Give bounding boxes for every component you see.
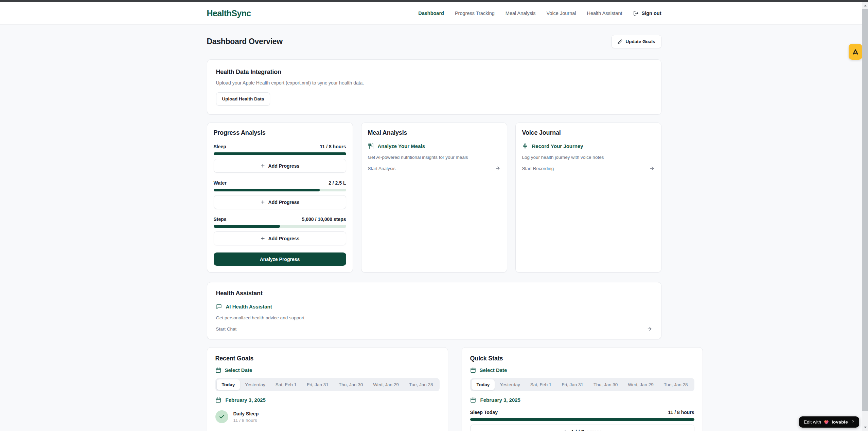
date-tab-tue-jan-28[interactable]: Tue, Jan 28 bbox=[404, 379, 438, 390]
calendar-icon bbox=[215, 397, 221, 403]
nav-dashboard[interactable]: Dashboard bbox=[418, 11, 444, 16]
arrow-right-icon bbox=[495, 166, 500, 171]
heart-icon bbox=[824, 420, 829, 425]
plus-icon bbox=[260, 200, 265, 205]
microphone-icon bbox=[522, 143, 528, 149]
add-progress-label: Add Progress bbox=[268, 163, 300, 169]
quick-stats-date-tabs: Today Yesterday Sat, Feb 1 Fri, Jan 31 T… bbox=[470, 378, 694, 391]
date-tab-thu-jan-30[interactable]: Thu, Jan 30 bbox=[334, 379, 368, 390]
analyze-your-meals-link[interactable]: Analyze Your Meals bbox=[368, 143, 500, 149]
start-analysis-label: Start Analysis bbox=[368, 166, 396, 171]
nav-progress-tracking[interactable]: Progress Tracking bbox=[455, 11, 495, 16]
analyze-your-meals-label: Analyze Your Meals bbox=[378, 143, 425, 149]
voice-journal-card: Voice Journal Record Your Journey Log yo… bbox=[515, 123, 661, 273]
sign-out-button[interactable]: Sign out bbox=[633, 11, 661, 16]
start-recording-row[interactable]: Start Recording bbox=[522, 166, 655, 171]
page-title: Dashboard Overview bbox=[207, 37, 283, 46]
metric-value: 11 / 8 hours bbox=[320, 144, 346, 149]
close-icon[interactable]: × bbox=[852, 419, 854, 424]
steps-progress-fill bbox=[214, 225, 280, 228]
meal-analysis-title: Meal Analysis bbox=[368, 129, 500, 136]
analyze-progress-button[interactable]: Analyze Progress bbox=[214, 252, 346, 266]
health-assistant-title: Health Assistant bbox=[216, 290, 652, 297]
add-sleep-progress-button[interactable]: Add Progress bbox=[214, 159, 346, 173]
date-tab-sat-feb-1[interactable]: Sat, Feb 1 bbox=[270, 379, 302, 390]
sign-out-label: Sign out bbox=[642, 11, 661, 16]
scroll-up-arrow[interactable] bbox=[862, 3, 868, 8]
logout-icon bbox=[633, 11, 639, 16]
app-header: HealthSync Dashboard Progress Tracking M… bbox=[0, 2, 868, 25]
quick-stats-title: Quick Stats bbox=[470, 355, 694, 362]
record-your-journey-link[interactable]: Record Your Journey bbox=[522, 143, 655, 149]
start-analysis-row[interactable]: Start Analysis bbox=[368, 166, 500, 171]
quick-stats-add-progress-button[interactable]: Add Progress bbox=[470, 425, 694, 431]
date-tab-thu-jan-30[interactable]: Thu, Jan 30 bbox=[588, 379, 623, 390]
plus-icon bbox=[260, 163, 265, 168]
recent-goals-select-date[interactable]: Select Date bbox=[215, 367, 440, 373]
date-tab-today[interactable]: Today bbox=[217, 379, 240, 390]
sleep-progress-fill bbox=[214, 152, 346, 155]
goal-name: Daily Sleep bbox=[233, 411, 259, 416]
quick-stats-select-date[interactable]: Select Date bbox=[470, 367, 694, 373]
date-tab-fri-jan-31[interactable]: Fri, Jan 31 bbox=[302, 379, 334, 390]
ai-health-assistant-link[interactable]: AI Health Assistant bbox=[216, 304, 652, 310]
scrollbar-thumb[interactable] bbox=[862, 9, 868, 411]
metric-label: Sleep bbox=[214, 144, 226, 149]
date-tab-yesterday[interactable]: Yesterday bbox=[495, 379, 525, 390]
add-steps-progress-button[interactable]: Add Progress bbox=[214, 231, 346, 245]
ai-health-assistant-label: AI Health Assistant bbox=[226, 304, 272, 310]
edit-with-label: Edit with bbox=[804, 419, 821, 425]
date-tab-yesterday[interactable]: Yesterday bbox=[240, 379, 270, 390]
health-assistant-card: Health Assistant AI Health Assistant Get… bbox=[207, 282, 661, 339]
lovable-brand-label: lovable bbox=[832, 419, 848, 425]
selected-date-label: February 3, 2025 bbox=[480, 397, 520, 403]
stat-sleep-today: Sleep Today 11 / 8 hours bbox=[470, 410, 694, 415]
date-tab-wed-jan-29[interactable]: Wed, Jan 29 bbox=[623, 379, 659, 390]
nav-health-assistant[interactable]: Health Assistant bbox=[587, 11, 622, 16]
add-water-progress-button[interactable]: Add Progress bbox=[214, 195, 346, 209]
upload-health-data-button[interactable]: Upload Health Data bbox=[216, 92, 270, 106]
stat-label: Sleep Today bbox=[470, 410, 498, 415]
start-chat-row[interactable]: Start Chat bbox=[216, 326, 652, 332]
scroll-down-arrow[interactable] bbox=[862, 425, 868, 430]
calendar-icon bbox=[470, 367, 476, 373]
metric-label: Water bbox=[214, 180, 227, 186]
stat-value: 11 / 8 hours bbox=[668, 410, 694, 415]
update-goals-label: Update Goals bbox=[625, 39, 655, 44]
quick-stats-selected-date[interactable]: February 3, 2025 bbox=[470, 397, 694, 403]
select-date-label: Select Date bbox=[480, 367, 507, 373]
metric-water: Water 2 / 2.5 L Add Progress bbox=[214, 180, 346, 209]
metric-steps: Steps 5,000 / 10,000 steps Add Progress bbox=[214, 217, 346, 245]
page-scrollbar[interactable] bbox=[862, 2, 868, 431]
recent-goals-card: Recent Goals Select Date Today Yesterday… bbox=[207, 347, 448, 431]
health-data-integration-card: Health Data Integration Upload your Appl… bbox=[207, 59, 661, 115]
utensils-icon bbox=[368, 143, 374, 149]
recent-goals-date-tabs: Today Yesterday Sat, Feb 1 Fri, Jan 31 T… bbox=[215, 378, 440, 391]
metric-value: 5,000 / 10,000 steps bbox=[302, 217, 346, 222]
lovable-side-toggle[interactable] bbox=[849, 44, 862, 60]
progress-analysis-card: Progress Analysis Sleep 11 / 8 hours Add… bbox=[207, 123, 353, 273]
selected-date-label: February 3, 2025 bbox=[226, 397, 266, 403]
voice-journal-title: Voice Journal bbox=[522, 129, 655, 136]
select-date-label: Select Date bbox=[225, 367, 252, 373]
date-tab-today[interactable]: Today bbox=[472, 379, 495, 390]
progress-analysis-title: Progress Analysis bbox=[214, 129, 346, 136]
date-tab-wed-jan-29[interactable]: Wed, Jan 29 bbox=[368, 379, 404, 390]
metric-label: Steps bbox=[214, 217, 227, 222]
add-progress-label: Add Progress bbox=[268, 236, 300, 241]
recent-goals-selected-date[interactable]: February 3, 2025 bbox=[215, 397, 440, 403]
lovable-logo-icon bbox=[852, 48, 859, 56]
add-progress-label: Add Progress bbox=[571, 429, 602, 431]
date-tab-fri-jan-31[interactable]: Fri, Jan 31 bbox=[556, 379, 588, 390]
update-goals-button[interactable]: Update Goals bbox=[612, 35, 661, 48]
edit-with-lovable-badge[interactable]: Edit with lovable × bbox=[799, 416, 859, 428]
integration-description: Upload your Apple Health export (export.… bbox=[216, 80, 652, 86]
brand-logo[interactable]: HealthSync bbox=[207, 8, 251, 18]
nav-meal-analysis[interactable]: Meal Analysis bbox=[506, 11, 536, 16]
date-tab-tue-jan-28[interactable]: Tue, Jan 28 bbox=[659, 379, 693, 390]
metric-sleep: Sleep 11 / 8 hours Add Progress bbox=[214, 144, 346, 173]
arrow-right-icon bbox=[649, 166, 655, 171]
voice-journal-description: Log your health journey with voice notes bbox=[522, 155, 655, 160]
date-tab-sat-feb-1[interactable]: Sat, Feb 1 bbox=[525, 379, 556, 390]
nav-voice-journal[interactable]: Voice Journal bbox=[546, 11, 576, 16]
